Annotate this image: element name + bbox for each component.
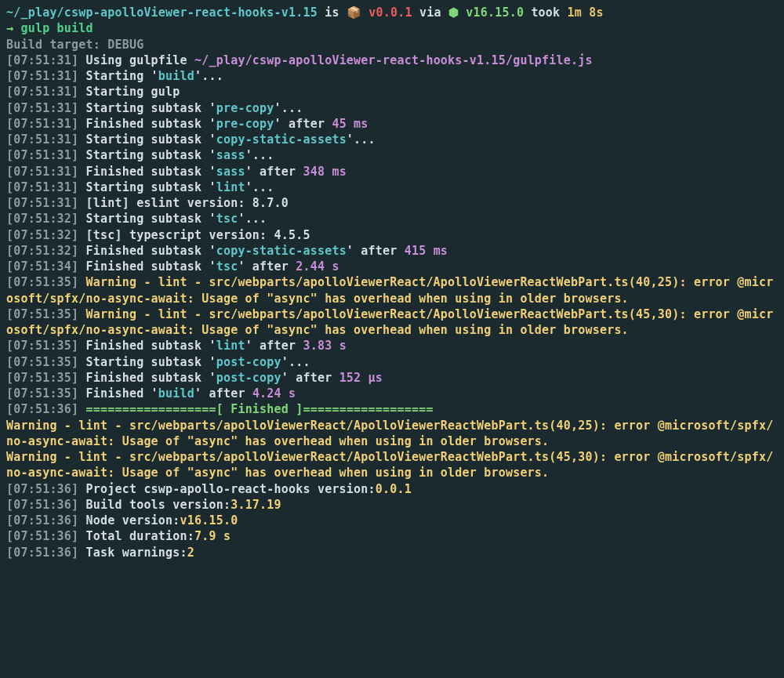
timestamp: [07:51:31] — [6, 180, 78, 194]
summary-line: [07:51:36] Task warnings:2 — [6, 545, 778, 560]
log-line: [07:51:32] Finished subtask 'copy-static… — [6, 243, 778, 259]
log-line: [07:51:31] Starting subtask 'sass'... — [6, 147, 778, 163]
timestamp: [07:51:35] — [6, 386, 78, 401]
timestamp: [07:51:31] — [6, 196, 78, 210]
log-line: [07:51:35] Starting subtask 'post-copy'.… — [6, 354, 778, 370]
log-line: [07:51:31] Using gulpfile ~/_play/cswp-a… — [6, 53, 778, 68]
finished-divider: [07:51:36] ==================[ Finished … — [6, 401, 778, 417]
timestamp: [07:51:32] — [6, 228, 78, 242]
log-line: [07:51:32] [tsc] typescript version: 4.5… — [6, 227, 778, 243]
prompt-path: ~/_play/cswp-apolloViewer-react-hooks-v1… — [6, 5, 318, 20]
log-line: [07:51:34] Finished subtask 'tsc' after … — [6, 259, 778, 274]
timestamp: [07:51:34] — [6, 259, 78, 274]
log-line: [07:51:32] Starting subtask 'tsc'... — [6, 211, 778, 227]
task-name: build — [158, 69, 194, 83]
task-name: tsc — [216, 212, 238, 226]
timestamp: [07:51:31] — [6, 53, 78, 67]
log-line: [07:51:35] Finished 'build' after 4.24 s — [6, 386, 778, 401]
log-line: [07:51:31] Starting gulp — [6, 84, 778, 100]
log-line: [07:51:31] [lint] eslint version: 8.7.0 — [6, 195, 778, 211]
command-line[interactable]: → gulp build — [6, 20, 778, 36]
timestamp: [07:51:35] — [6, 355, 78, 369]
duration: 348 ms — [303, 165, 347, 179]
task-name: build — [158, 386, 194, 401]
prompt-arrow: → — [6, 21, 20, 35]
timestamp: [07:51:36] — [6, 529, 78, 543]
summary-line: [07:51:36] Node version:v16.15.0 — [6, 513, 778, 528]
timestamp: [07:51:36] — [6, 482, 78, 496]
timestamp: [07:51:36] — [6, 513, 78, 528]
build-target: Build target: DEBUG — [6, 37, 778, 53]
summary-line: [07:51:36] Project cswp-apollo-react-hoo… — [6, 481, 778, 497]
task-name: pre-copy — [216, 101, 274, 115]
log-line: [07:51:31] Starting subtask 'lint'... — [6, 179, 778, 195]
timestamp: [07:51:32] — [6, 244, 78, 258]
summary-line: [07:51:36] Build tools version:3.17.19 — [6, 497, 778, 513]
task-name: lint — [216, 339, 245, 353]
log-line: [07:51:31] Starting subtask 'copy-static… — [6, 132, 778, 147]
build-summary: [07:51:36] Project cswp-apollo-react-hoo… — [6, 481, 778, 560]
timestamp: [07:51:36] — [6, 546, 78, 560]
summary-value: v16.15.0 — [180, 513, 238, 528]
task-name: tsc — [216, 259, 238, 274]
task-name: copy-static-assets — [216, 244, 347, 258]
node-icon: ⬢ — [448, 5, 466, 20]
command-text: gulp build — [20, 21, 93, 35]
timestamp: [07:51:31] — [6, 101, 78, 115]
duration: 45 ms — [332, 117, 368, 131]
prompt-line: ~/_play/cswp-apolloViewer-react-hooks-v1… — [6, 5, 778, 20]
timestamp: [07:51:31] — [6, 148, 78, 162]
task-name: post-copy — [216, 355, 281, 369]
log-line: [07:51:35] Finished subtask 'post-copy' … — [6, 370, 778, 386]
summary-value: 7.9 s — [194, 529, 230, 543]
timestamp: [07:51:31] — [6, 85, 78, 99]
timestamp: [07:51:35] — [6, 371, 78, 385]
terminal-output: ~/_play/cswp-apolloViewer-react-hooks-v1… — [6, 5, 778, 560]
summary-line: [07:51:36] Total duration:7.9 s — [6, 528, 778, 544]
task-name: sass — [216, 148, 245, 162]
log-line: [07:51:31] Starting subtask 'pre-copy'..… — [6, 100, 778, 116]
timestamp: [07:51:31] — [6, 132, 78, 147]
prompt-duration: 1m 8s — [568, 5, 604, 20]
log-line: [07:51:31] Finished subtask 'pre-copy' a… — [6, 116, 778, 132]
task-name: post-copy — [216, 371, 281, 385]
warning-line: [07:51:35] Warning - lint - src/webparts… — [6, 274, 778, 306]
timestamp: [07:51:31] — [6, 165, 78, 179]
summary-value: 3.17.19 — [230, 498, 281, 512]
gulp-log: [07:51:31] Using gulpfile ~/_play/cswp-a… — [6, 53, 778, 275]
task-name: pre-copy — [216, 117, 274, 131]
package-version: v0.0.1 — [368, 5, 412, 20]
final-warning: Warning - lint - src/webparts/apolloView… — [6, 418, 778, 450]
duration: 152 μs — [339, 371, 383, 385]
duration: 3.83 s — [303, 339, 347, 353]
node-version: v16.15.0 — [466, 5, 524, 20]
timestamp: [07:51:32] — [6, 212, 78, 226]
summary-value: 2 — [187, 546, 194, 560]
task-name: copy-static-assets — [216, 132, 347, 147]
warning-line: [07:51:35] Warning - lint - src/webparts… — [6, 306, 778, 339]
package-icon: 📦 — [347, 5, 368, 20]
task-name: sass — [216, 165, 245, 179]
gulp-log: [07:51:35] Finished subtask 'lint' after… — [6, 338, 778, 401]
duration: 2.44 s — [296, 259, 339, 274]
timestamp: [07:51:31] — [6, 117, 78, 131]
log-line: [07:51:31] Starting 'build'... — [6, 68, 778, 84]
timestamp: [07:51:36] — [6, 498, 78, 512]
log-line: [07:51:31] Finished subtask 'sass' after… — [6, 164, 778, 179]
task-name: lint — [216, 180, 245, 194]
gulpfile-path: ~/_play/cswp-apolloViewer-react-hooks-v1… — [194, 53, 593, 67]
summary-value: 0.0.1 — [376, 482, 412, 496]
timestamp: [07:51:35] — [6, 339, 78, 353]
duration: 4.24 s — [252, 386, 296, 401]
final-warning: Warning - lint - src/webparts/apolloView… — [6, 449, 778, 481]
timestamp: [07:51:31] — [6, 69, 78, 83]
duration: 415 ms — [405, 244, 448, 258]
log-line: [07:51:35] Finished subtask 'lint' after… — [6, 338, 778, 354]
